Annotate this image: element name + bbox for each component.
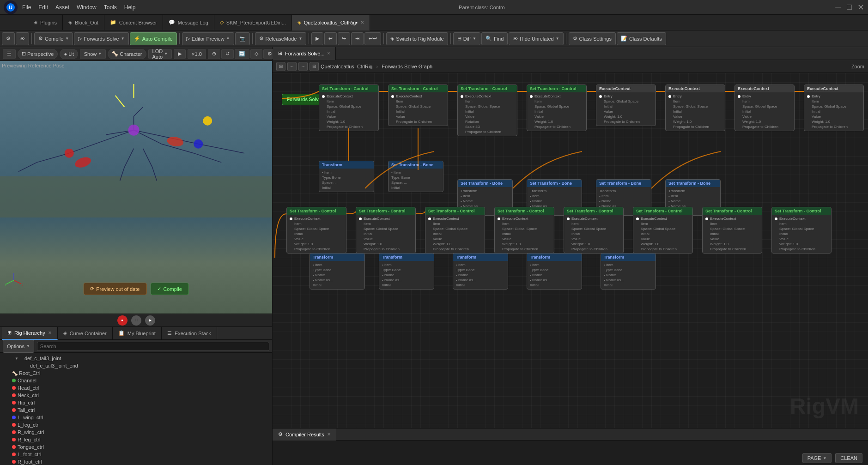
hierarchy-item[interactable]: ▶R_wing_ctrl: [2, 429, 270, 436]
hide-unrelated-dropdown[interactable]: 👁 Hide Unrelated ▼: [509, 32, 563, 45]
speed-btn[interactable]: ×1.0: [188, 49, 206, 59]
hierarchy-item[interactable]: ▼⊡def_c_tail3_joint: [2, 355, 270, 362]
back-btn[interactable]: ↩: [324, 32, 337, 45]
preview-outdated-btn[interactable]: ⟳ Preview out of date: [83, 283, 146, 295]
tab-quetzal[interactable]: ◈ Quetzalcoatlus_CtrlRig• ✕: [292, 15, 370, 30]
graph-tab-close[interactable]: ×: [328, 51, 330, 56]
node-set-transform-ctrl-row2-7[interactable]: Set Transform - Control ExecuteContext I…: [702, 207, 762, 254]
forwards-solve-button[interactable]: ▷ Forwards Solve ▼: [74, 32, 128, 45]
maximize-btn[interactable]: □: [847, 2, 852, 12]
class-defaults-btn[interactable]: 📝 Class Defaults: [617, 32, 666, 45]
translate-btn[interactable]: ⊕: [208, 49, 220, 59]
character-btn[interactable]: 🦴 Character: [108, 49, 146, 59]
node-exec-context-4[interactable]: ExecuteContext Entry Item Space: Global …: [804, 85, 864, 131]
hierarchy-item[interactable]: ▶🦴Root_Ctrl: [2, 369, 270, 377]
hierarchy-item[interactable]: ▶Tongue_ctrl: [2, 443, 270, 451]
menu-file[interactable]: File: [22, 4, 31, 11]
lod-auto-btn[interactable]: LOD Auto ▼: [148, 49, 172, 59]
node-transform-bottom-4[interactable]: Transform • Item Type: Bone • Name • Nam…: [527, 253, 582, 290]
hierarchy-item[interactable]: ▶L_wing_ctrl: [2, 414, 270, 421]
find-btn[interactable]: 🔍 Find: [481, 32, 508, 45]
editor-preview-dropdown[interactable]: ▷ Editor Preview ▼: [182, 32, 234, 45]
node-set-transform-ctrl-row2-8[interactable]: Set Transform - Control ExecuteContext I…: [771, 207, 832, 254]
perspective-btn[interactable]: ⊡ Perspective: [18, 49, 58, 59]
node-transform-bottom-3[interactable]: Transform • Item Type: Bone • Name • Nam…: [453, 253, 508, 290]
tab-message-log[interactable]: 💬 Message Log: [163, 15, 214, 30]
tab-execution-stack[interactable]: ☰ Execution Stack: [162, 327, 217, 340]
rotate-btn[interactable]: ↺: [221, 49, 234, 59]
node-transform-bottom-1[interactable]: Transform • Item Type: Bone • Name • Nam…: [310, 253, 365, 290]
switch-rig-btn[interactable]: ◈ Switch to Rig Module: [386, 32, 448, 45]
breadcrumb-back-btn[interactable]: ←: [287, 62, 297, 71]
viewport-3d[interactable]: Previewing Reference Pose: [0, 61, 272, 314]
graph-tab-forwards-solve[interactable]: ⊞ Forwards Solve... ×: [273, 47, 336, 60]
rewind-btn[interactable]: ↩↩: [364, 32, 381, 45]
close-btn[interactable]: ✕: [857, 2, 864, 12]
tab-content-browser[interactable]: 📁 Content Browser: [104, 15, 163, 30]
hierarchy-item[interactable]: ▶⊡def_c_tail3_joint_end: [2, 362, 270, 369]
play-transport-btn[interactable]: ▶: [145, 315, 155, 326]
hierarchy-item[interactable]: ▶Head_ctrl: [2, 384, 270, 392]
refresh-btn[interactable]: 🔄: [235, 49, 249, 59]
menu-tools[interactable]: Tools: [104, 4, 117, 11]
hierarchy-item[interactable]: ▶L_leg_ctrl: [2, 421, 270, 429]
hierarchy-item[interactable]: ▶R_foot_ctrl: [2, 458, 270, 465]
node-transform-2[interactable]: Set Transform - Bone • Item Type: Bone S…: [388, 161, 443, 192]
clear-btn[interactable]: CLEAN: [835, 453, 862, 463]
play-btn[interactable]: ▶: [311, 32, 323, 45]
tab-curve-container[interactable]: ◈ Curve Container: [58, 327, 113, 340]
search-input[interactable]: [37, 342, 269, 351]
node-set-transform-2[interactable]: Set Transform - Control ExecuteContext I…: [388, 85, 448, 126]
bone-btn[interactable]: ◇: [250, 49, 262, 59]
tab-close-btn[interactable]: ✕: [360, 20, 364, 25]
toolbar-eye-btn[interactable]: 👁: [16, 32, 29, 45]
play-anim-btn[interactable]: ▶: [174, 49, 186, 59]
class-settings-btn[interactable]: ⚙ Class Settings: [569, 32, 616, 45]
forward-btn[interactable]: ↪: [338, 32, 350, 45]
record-btn[interactable]: ●: [117, 315, 127, 326]
hierarchy-item[interactable]: ▶L_foot_ctrl: [2, 451, 270, 458]
node-transform-bottom-2[interactable]: Transform • Item Type: Bone • Name • Nam…: [379, 253, 434, 290]
menu-help[interactable]: Help: [124, 4, 136, 11]
node-set-transform-ctrl-row2-3[interactable]: Set Transform - Control ExecuteContext I…: [425, 207, 485, 254]
tab-plugins[interactable]: ⊞ Plugins: [28, 15, 63, 30]
compiler-results-tab[interactable]: ⚙ Compiler Results ✕: [273, 429, 336, 441]
node-set-transform-ctrl-row2-2[interactable]: Set Transform - Control ExecuteContext I…: [356, 207, 416, 254]
hamburger-btn[interactable]: ☰: [3, 49, 16, 59]
tab-rig-hierarchy[interactable]: ⊞ Rig Hierarchy ✕: [2, 327, 58, 340]
tab-my-blueprint[interactable]: 📋 My Blueprint: [113, 327, 162, 340]
minimize-btn[interactable]: ─: [835, 2, 841, 12]
hierarchy-item[interactable]: ▶Neck_ctrl: [2, 392, 270, 399]
node-set-transform-3[interactable]: Set Transform - Control ExecuteContext I…: [457, 85, 517, 136]
compiler-close-btn[interactable]: ✕: [327, 432, 331, 437]
node-exec-context-3[interactable]: ExecuteContext Entry Item Space: Global …: [734, 85, 795, 131]
tab-block-out[interactable]: ◈ Block_Out: [63, 15, 104, 30]
node-exec-context-2[interactable]: ExecuteContext Entry Item Space: Global …: [665, 85, 725, 131]
options-dropdown[interactable]: Options ▼: [3, 340, 34, 353]
menu-window[interactable]: Window: [77, 4, 97, 11]
page-btn[interactable]: PAGE ▼: [802, 453, 832, 463]
skip-btn[interactable]: ⇥: [351, 32, 364, 45]
pause-btn[interactable]: ⏸: [131, 315, 141, 326]
release-mode-dropdown[interactable]: ⚙ ReleaseMode ▼: [255, 32, 307, 45]
show-btn[interactable]: Show ▼: [80, 49, 106, 59]
breadcrumb-forward-btn[interactable]: →: [298, 62, 308, 71]
tab-skm[interactable]: ◇ SKM_PteroExportUEDin...: [214, 15, 292, 30]
node-set-transform-4[interactable]: Set Transform - Control ExecuteContext I…: [527, 85, 587, 131]
auto-compile-button[interactable]: ⚡ Auto Compile: [130, 32, 177, 45]
hierarchy-close[interactable]: ✕: [48, 330, 52, 335]
node-transform-1[interactable]: Transform • Item Type: Bone Space: ... I…: [319, 161, 374, 192]
hierarchy-item[interactable]: ▶Tail_ctrl: [2, 406, 270, 414]
node-exec-context-1[interactable]: ExecuteContext Entry Space: Global Space…: [596, 85, 656, 126]
node-graph[interactable]: Forwards Solve Set Transform - Control E…: [273, 73, 868, 428]
toolbar-icon-btn[interactable]: ⚙: [2, 32, 15, 45]
node-set-transform-ctrl-row2-1[interactable]: Set Transform - Control ExecuteContext I…: [286, 207, 346, 254]
menu-edit[interactable]: Edit: [38, 4, 48, 11]
compile-button[interactable]: ⚙ Compile ▼: [34, 32, 73, 45]
grid-btn[interactable]: ⊞: [276, 62, 285, 71]
menu-asset[interactable]: Asset: [55, 4, 69, 11]
diff-dropdown[interactable]: ⊟ Diff ▼: [453, 32, 480, 45]
node-set-transform-ctrl-row2-5[interactable]: Set Transform - Control ExecuteContext I…: [564, 207, 624, 254]
node-set-transform-1[interactable]: Set Transform - Control ExecuteContext I…: [319, 85, 379, 131]
hierarchy-item[interactable]: ▶Channel: [2, 377, 270, 384]
